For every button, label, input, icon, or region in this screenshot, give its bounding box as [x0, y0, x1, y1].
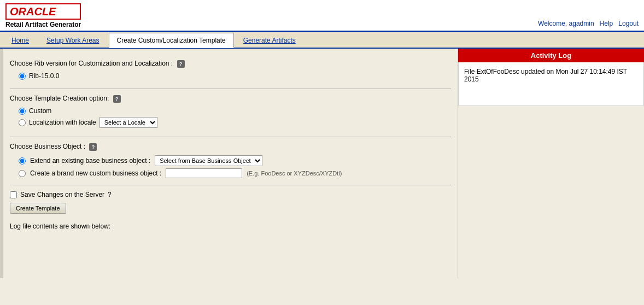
extend-existing-label: Extend an existing base business object … [30, 157, 150, 165]
extend-existing-radio[interactable] [19, 157, 26, 165]
rib-15-label: Rib-15.0.0 [29, 72, 59, 80]
extend-existing-row: Extend an existing base business object … [19, 155, 451, 166]
template-creation-help-icon[interactable]: ? [113, 95, 121, 103]
locale-select[interactable]: Select a Locale [99, 117, 157, 128]
rib-15-radio[interactable] [19, 73, 26, 80]
left-panel: Choose Rib version for Customization and… [3, 49, 458, 278]
create-new-label: Create a brand new custom business objec… [30, 169, 161, 177]
log-section: Log file contents are shown below: [10, 218, 451, 230]
rib-version-help-icon[interactable]: ? [177, 60, 185, 68]
base-business-object-select[interactable]: Select from Base Business Object [155, 155, 262, 166]
save-changes-label: Save Changes on the Server [20, 191, 104, 198]
business-object-options: Extend an existing base business object … [19, 155, 451, 178]
new-object-hint: (E.g. FooDesc or XYZDesc/XYZDtl) [247, 170, 342, 177]
save-section: Save Changes on the Server ? Create Temp… [10, 185, 451, 218]
business-object-help-icon[interactable]: ? [89, 143, 97, 151]
logout-link[interactable]: Logout [618, 20, 639, 27]
template-creation-options: Custom Localization with locale Select a… [19, 107, 451, 128]
tab-create-custom[interactable]: Create Custom/Localization Template [109, 33, 234, 48]
log-label: Log file contents are shown below: [10, 222, 451, 230]
navbar: Home Setup Work Areas Create Custom/Loca… [0, 32, 644, 49]
save-changes-checkbox[interactable] [10, 191, 17, 198]
business-object-section: Choose Business Object : ? Extend an exi… [10, 137, 451, 185]
create-new-radio[interactable] [19, 170, 26, 177]
activity-log-entry-0: File ExtOfFooDesc updated on Mon Jul 27 … [464, 68, 638, 83]
template-creation-label: Choose Template Creation option: ? [10, 95, 451, 103]
custom-radio[interactable] [19, 108, 26, 115]
new-business-object-input[interactable] [166, 168, 242, 178]
main: Choose Rib version for Customization and… [0, 49, 644, 278]
localization-radio[interactable] [19, 119, 26, 126]
app-title: Retail Artifact Generator [5, 21, 81, 28]
rib-version-label: Choose Rib version for Customization and… [10, 60, 451, 68]
create-new-row: Create a brand new custom business objec… [19, 168, 451, 178]
tab-generate-artifacts[interactable]: Generate Artifacts [235, 33, 304, 48]
tab-home[interactable]: Home [3, 33, 37, 48]
localization-label: Localization with locale [29, 119, 96, 126]
tab-setup-work-areas[interactable]: Setup Work Areas [38, 33, 108, 48]
localization-option-row: Localization with locale Select a Locale [19, 117, 451, 128]
header-right: Welcome, agadmin Help Logout [538, 20, 639, 28]
save-help-icon[interactable]: ? [108, 191, 112, 198]
save-checkbox-row: Save Changes on the Server ? [10, 191, 451, 198]
help-link[interactable]: Help [600, 20, 613, 27]
template-creation-section: Choose Template Creation option: ? Custo… [10, 89, 451, 137]
activity-log-content: File ExtOfFooDesc updated on Mon Jul 27 … [458, 62, 644, 106]
business-object-label: Choose Business Object : ? [10, 143, 451, 151]
header: ORACLE Retail Artifact Generator Welcome… [0, 0, 644, 32]
welcome-text: Welcome, agadmin [538, 20, 594, 27]
rib-version-section: Choose Rib version for Customization and… [10, 54, 451, 89]
rib-15-row: Rib-15.0.0 [19, 72, 451, 80]
activity-log-header: Activity Log [458, 49, 644, 62]
header-left: ORACLE Retail Artifact Generator [5, 3, 81, 28]
custom-option-row: Custom [19, 107, 451, 115]
oracle-logo: ORACLE [5, 3, 81, 20]
right-panel: Activity Log File ExtOfFooDesc updated o… [458, 49, 644, 278]
custom-label: Custom [29, 107, 51, 115]
create-template-button[interactable]: Create Template [10, 203, 66, 214]
rib-version-options: Rib-15.0.0 [19, 72, 451, 80]
